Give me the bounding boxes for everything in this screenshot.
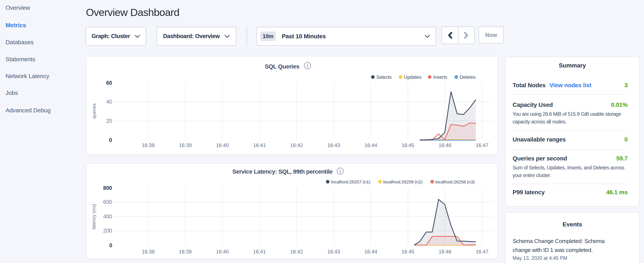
- svg-text:16:45: 16:45: [402, 142, 414, 148]
- svg-text:800: 800: [103, 185, 112, 191]
- svg-text:16:45: 16:45: [402, 249, 414, 254]
- svg-text:40: 40: [106, 99, 112, 105]
- svg-text:0: 0: [109, 242, 112, 248]
- svg-text:16:44: 16:44: [364, 249, 377, 254]
- svg-text:16:43: 16:43: [327, 142, 340, 148]
- svg-text:16:44: 16:44: [364, 142, 377, 148]
- svg-text:16:39: 16:39: [179, 142, 192, 148]
- svg-text:Inserts: Inserts: [433, 75, 447, 80]
- svg-text:latency (ms): latency (ms): [91, 204, 96, 229]
- svg-text:16:46: 16:46: [438, 249, 451, 254]
- svg-text:localhost:26259 (n2): localhost:26259 (n2): [383, 179, 422, 184]
- svg-text:16:43: 16:43: [327, 249, 340, 254]
- svg-text:Service Latency: SQL, 99th per: Service Latency: SQL, 99th percentile: [232, 168, 333, 175]
- svg-text:16:47: 16:47: [476, 142, 488, 148]
- svg-text:localhost:26257 (n1): localhost:26257 (n1): [331, 179, 370, 184]
- svg-text:600: 600: [103, 199, 112, 205]
- svg-text:400: 400: [103, 213, 112, 219]
- svg-text:16:41: 16:41: [253, 249, 266, 254]
- svg-text:20: 20: [106, 118, 112, 124]
- svg-text:queries: queries: [92, 103, 97, 119]
- svg-text:i: i: [307, 63, 308, 69]
- svg-text:16:38: 16:38: [142, 142, 154, 148]
- svg-text:16:47: 16:47: [476, 249, 488, 254]
- svg-text:Deletes: Deletes: [460, 75, 476, 80]
- svg-text:16:42: 16:42: [290, 249, 303, 254]
- svg-text:0: 0: [109, 137, 112, 143]
- svg-text:localhost:26258 (n3): localhost:26258 (n3): [436, 179, 474, 184]
- svg-text:i: i: [340, 169, 341, 174]
- svg-text:16:38: 16:38: [142, 249, 154, 254]
- svg-text:Updates: Updates: [404, 75, 422, 80]
- svg-text:SQL Queries: SQL Queries: [265, 63, 299, 70]
- svg-text:16:46: 16:46: [438, 142, 451, 148]
- svg-text:16:42: 16:42: [290, 142, 303, 148]
- svg-text:16:40: 16:40: [216, 142, 229, 148]
- svg-text:16:40: 16:40: [216, 249, 229, 254]
- svg-text:16:39: 16:39: [179, 249, 192, 254]
- svg-text:Selects: Selects: [376, 75, 392, 80]
- svg-text:60: 60: [106, 80, 112, 86]
- svg-text:16:41: 16:41: [253, 142, 266, 148]
- svg-text:200: 200: [103, 228, 112, 234]
